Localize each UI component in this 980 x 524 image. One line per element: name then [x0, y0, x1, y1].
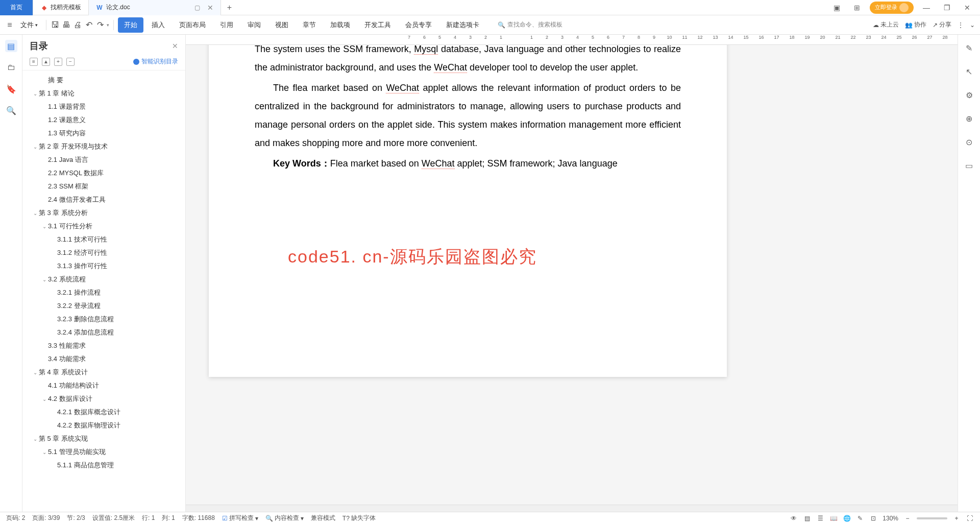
edit-icon[interactable]: ✎: [856, 514, 864, 522]
tab-minimize-icon[interactable]: ▢: [194, 4, 200, 11]
outline-item[interactable]: ⌄3.1 可行性分析: [22, 220, 185, 233]
outline-item[interactable]: 4.2.1 数据库概念设计: [22, 406, 185, 419]
zoom-in-icon[interactable]: +: [952, 514, 961, 522]
outline-item[interactable]: 2.4 微信开发者工具: [22, 193, 185, 206]
assist-rail-icon[interactable]: ⊕: [963, 112, 975, 125]
outline-list[interactable]: 摘 要⌄第 1 章 绪论1.1 课题背景1.2 课题意义1.3 研究内容⌄第 2…: [22, 70, 185, 512]
outline-close-icon[interactable]: ✕: [172, 42, 178, 50]
outline-item[interactable]: 1.1 课题背景: [22, 100, 185, 113]
collapse-icon[interactable]: ⌄: [970, 21, 975, 29]
collab-button[interactable]: 👥协作: [905, 20, 926, 29]
outline-item[interactable]: ⌄第 2 章 开发环境与技术: [22, 140, 185, 153]
ribbon-newtab[interactable]: 新建选项卡: [440, 17, 485, 33]
window-minimize[interactable]: —: [919, 0, 934, 15]
document-scroll[interactable]: The system uses the SSM framework, Mysql…: [186, 45, 958, 505]
share-button[interactable]: ↗分享: [933, 20, 951, 29]
zoom-slider[interactable]: [917, 517, 947, 519]
fullscreen-icon[interactable]: ⛶: [966, 514, 974, 522]
horizontal-scrollbar[interactable]: [186, 505, 958, 512]
chevron-down-icon[interactable]: ⌄: [41, 224, 48, 229]
cursor-rail-icon[interactable]: ↖: [963, 65, 975, 78]
more-icon[interactable]: ⋮: [958, 21, 964, 29]
grid-icon[interactable]: ⊞: [849, 0, 865, 15]
settings-rail-icon[interactable]: ⚙: [963, 89, 975, 101]
document-page[interactable]: The system uses the SSM framework, Mysql…: [209, 45, 727, 377]
fit-icon[interactable]: ⊡: [869, 514, 877, 522]
bookmark-rail-icon[interactable]: 🔖: [5, 83, 17, 95]
read-rail-icon[interactable]: ▭: [963, 159, 975, 172]
status-setval[interactable]: 设置值: 2.5厘米: [92, 514, 135, 522]
outline-item[interactable]: 3.1.3 操作可行性: [22, 259, 185, 273]
status-row[interactable]: 行: 1: [142, 514, 155, 522]
shield-rail-icon[interactable]: ⊙: [963, 136, 975, 148]
status-words[interactable]: 字数: 11688: [182, 514, 215, 522]
outline-item[interactable]: ⌄4.2 数据库设计: [22, 392, 185, 406]
status-font[interactable]: T?缺失字体: [342, 514, 376, 522]
status-contentcheck[interactable]: 🔍内容检查 ▾: [265, 514, 304, 522]
status-spellcheck[interactable]: ☑拼写检查 ▾: [222, 514, 258, 522]
eye-icon[interactable]: 👁: [790, 514, 798, 522]
cloud-status[interactable]: ☁未上云: [873, 20, 899, 29]
status-pagecode[interactable]: 页码: 2: [6, 514, 25, 522]
window-maximize[interactable]: ❐: [939, 0, 954, 15]
ribbon-devtools[interactable]: 开发工具: [358, 17, 397, 33]
view-outline-icon[interactable]: ☰: [816, 514, 824, 522]
chevron-down-icon[interactable]: ⌄: [32, 436, 39, 442]
outline-item[interactable]: 1.3 研究内容: [22, 127, 185, 140]
outline-item[interactable]: 3.2.1 操作流程: [22, 286, 185, 299]
outline-tool-1[interactable]: ≡: [30, 58, 38, 66]
pen-rail-icon[interactable]: ✎: [963, 42, 975, 54]
outline-item[interactable]: 3.1.1 技术可行性: [22, 233, 185, 246]
tab-add-button[interactable]: +: [221, 3, 238, 12]
chevron-down-icon[interactable]: ⌄: [32, 91, 39, 97]
ribbon-chapter[interactable]: 章节: [297, 17, 322, 33]
chevron-down-icon[interactable]: ⌄: [41, 396, 48, 402]
outline-item[interactable]: ⌄第 5 章 系统实现: [22, 432, 185, 445]
print-preview-icon[interactable]: 🖶: [62, 20, 71, 30]
tab-template[interactable]: ◆ 找稻壳模板: [33, 0, 89, 15]
search-rail-icon[interactable]: 🔍: [5, 104, 17, 116]
ribbon-layout[interactable]: 页面布局: [173, 17, 212, 33]
outline-item[interactable]: 3.2.3 删除信息流程: [22, 313, 185, 326]
chevron-down-icon[interactable]: ⌄: [41, 277, 48, 282]
status-compat[interactable]: 兼容模式: [311, 514, 335, 522]
outline-item[interactable]: 4.2.2 数据库物理设计: [22, 419, 185, 432]
zoom-level[interactable]: 130%: [883, 515, 898, 522]
save-icon[interactable]: 🖫: [51, 20, 60, 30]
outline-item[interactable]: 3.3 性能需求: [22, 339, 185, 352]
status-col[interactable]: 列: 1: [162, 514, 175, 522]
outline-item[interactable]: 5.1.1 商品信息管理: [22, 459, 185, 472]
outline-item[interactable]: 2.1 Java 语言: [22, 153, 185, 166]
outline-item[interactable]: 3.2.2 登录流程: [22, 299, 185, 313]
status-section[interactable]: 节: 2/3: [67, 514, 85, 522]
login-button[interactable]: 立即登录: [870, 2, 914, 14]
view-page-icon[interactable]: ▤: [803, 514, 811, 522]
outline-item[interactable]: 2.2 MYSQL 数据库: [22, 166, 185, 180]
outline-item[interactable]: ⌄3.2 系统流程: [22, 273, 185, 286]
outline-item[interactable]: ⌄第 4 章 系统设计: [22, 366, 185, 379]
outline-item[interactable]: ⌄5.1 管理员功能实现: [22, 445, 185, 459]
outline-tool-3[interactable]: +: [54, 58, 62, 66]
ribbon-view[interactable]: 视图: [269, 17, 295, 33]
chevron-down-icon[interactable]: ⌄: [41, 449, 48, 455]
redo-icon[interactable]: ↷: [95, 20, 105, 30]
folder-rail-icon[interactable]: 🗀: [5, 61, 17, 74]
smart-outline-button[interactable]: 智能识别目录: [133, 57, 178, 66]
ribbon-start[interactable]: 开始: [118, 17, 143, 33]
outline-tool-4[interactable]: −: [66, 58, 75, 66]
outline-item[interactable]: 1.2 课题意义: [22, 113, 185, 127]
outline-item[interactable]: ⌄第 3 章 系统分析: [22, 206, 185, 220]
outline-item[interactable]: ⌄第 1 章 绪论: [22, 87, 185, 100]
outline-item[interactable]: 3.4 功能需求: [22, 352, 185, 366]
tab-close-icon[interactable]: ✕: [207, 4, 213, 12]
chevron-down-icon[interactable]: ⌄: [32, 144, 39, 150]
outline-item[interactable]: 摘 要: [22, 74, 185, 87]
view-web-icon[interactable]: 🌐: [843, 514, 851, 522]
outline-item[interactable]: 2.3 SSM 框架: [22, 180, 185, 193]
ribbon-review[interactable]: 审阅: [241, 17, 267, 33]
view-read-icon[interactable]: 📖: [829, 514, 838, 522]
outline-item[interactable]: 4.1 功能结构设计: [22, 379, 185, 392]
ribbon-reference[interactable]: 引用: [214, 17, 239, 33]
window-close[interactable]: ✕: [960, 0, 975, 15]
chevron-down-icon[interactable]: ⌄: [32, 210, 39, 216]
